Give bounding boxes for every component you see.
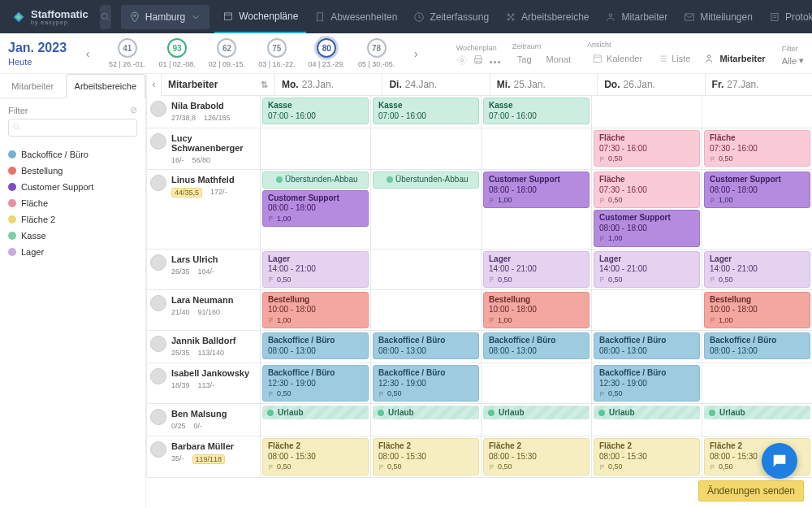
collapse-sidebar[interactable]: ‹ bbox=[146, 74, 161, 96]
send-changes-button[interactable]: Änderungen senden bbox=[698, 480, 804, 501]
day-cell[interactable] bbox=[591, 290, 702, 330]
day-cell[interactable]: Kasse07:00 - 16:00 bbox=[481, 96, 591, 128]
day-cell[interactable]: Kasse07:00 - 16:00 bbox=[370, 96, 481, 128]
zeitraum-tag[interactable]: Tag bbox=[512, 53, 537, 66]
nav-zeiterfassung[interactable]: Zeiterfassung bbox=[405, 0, 497, 33]
nav-mitarbeiter[interactable]: Mitarbeiter bbox=[597, 0, 676, 33]
sidebar-tab-1[interactable]: Arbeitsbereiche bbox=[66, 74, 145, 98]
day-cell[interactable] bbox=[591, 96, 702, 128]
day-cell[interactable]: Bestellung10:00 - 18:001,00 bbox=[702, 290, 812, 330]
shift-block[interactable]: Customer Support08:00 - 18:001,00 bbox=[483, 172, 590, 208]
shift-block[interactable]: Customer Support08:00 - 18:001,00 bbox=[262, 190, 369, 227]
day-cell[interactable]: Backoffice / Büro08:00 - 13:00 bbox=[481, 331, 591, 363]
shift-block[interactable]: Backoffice / Büro12:30 - 19:000,50 bbox=[262, 365, 369, 402]
sort-icon[interactable]: ⇅ bbox=[261, 80, 268, 90]
vacation-chip[interactable]: Urlaub bbox=[373, 406, 479, 419]
vacation-chip[interactable]: Urlaub bbox=[483, 406, 590, 419]
chat-fab[interactable] bbox=[762, 443, 797, 479]
shift-block[interactable]: Backoffice / Büro08:00 - 13:00 bbox=[483, 332, 590, 359]
day-cell[interactable]: Überstunden-Abbau bbox=[370, 170, 481, 249]
shift-block[interactable]: Backoffice / Büro08:00 - 13:00 bbox=[373, 332, 479, 359]
shift-block[interactable]: Fläche07:30 - 16:000,50 bbox=[594, 130, 700, 167]
day-cell[interactable]: Backoffice / Büro12:30 - 19:000,50 bbox=[591, 363, 702, 403]
day-cell[interactable] bbox=[481, 128, 591, 169]
zeitraum-monat[interactable]: Monat bbox=[542, 53, 577, 66]
day-cell[interactable]: Bestellung10:00 - 18:001,00 bbox=[260, 290, 370, 330]
day-cell[interactable]: Backoffice / Büro08:00 - 13:00 bbox=[591, 331, 702, 363]
day-cell[interactable]: Customer Support08:00 - 18:001,00 bbox=[702, 170, 812, 249]
day-cell[interactable]: Customer Support08:00 - 18:001,00 bbox=[481, 170, 591, 249]
week-chip-3[interactable]: 7503 | 16.-22. bbox=[252, 38, 301, 68]
day-cell[interactable] bbox=[370, 250, 481, 289]
nav-abwesenheiten[interactable]: Abwesenheiten bbox=[306, 0, 405, 33]
day-cell[interactable]: Kasse07:00 - 16:00 bbox=[260, 96, 370, 128]
shift-block[interactable]: Fläche 208:00 - 15:300,50 bbox=[483, 438, 590, 475]
day-cell[interactable]: Fläche07:30 - 16:000,50 bbox=[591, 128, 702, 169]
day-cell[interactable]: Lager14:00 - 21:000,50 bbox=[260, 250, 370, 289]
shift-block[interactable]: Lager14:00 - 21:000,50 bbox=[704, 251, 810, 288]
dept-item[interactable]: Backoffice / Büro bbox=[8, 146, 137, 163]
shift-block[interactable]: Lager14:00 - 21:000,50 bbox=[594, 251, 700, 288]
weeks-next[interactable]: › bbox=[408, 46, 424, 62]
week-chip-0[interactable]: 4152 | 26.-01. bbox=[102, 38, 152, 68]
shift-block[interactable]: Kasse07:00 - 16:00 bbox=[373, 98, 479, 124]
dept-item[interactable]: Fläche bbox=[8, 195, 137, 211]
day-cell[interactable]: Backoffice / Büro08:00 - 13:00 bbox=[702, 331, 812, 363]
shift-block[interactable]: Lager14:00 - 21:000,50 bbox=[483, 251, 590, 288]
week-chip-1[interactable]: 9301 | 02.-08. bbox=[152, 38, 201, 68]
shift-block[interactable]: Fläche 208:00 - 15:300,50 bbox=[373, 438, 479, 475]
day-cell[interactable] bbox=[702, 363, 812, 403]
search-button[interactable] bbox=[100, 5, 111, 29]
shift-block[interactable]: Lager14:00 - 21:000,50 bbox=[262, 251, 369, 288]
dept-item[interactable]: Lager bbox=[8, 244, 137, 260]
shift-block[interactable]: Kasse07:00 - 16:00 bbox=[262, 98, 369, 124]
ansicht-liste[interactable]: Liste bbox=[652, 51, 695, 66]
day-cell[interactable]: Fläche 208:00 - 15:300,50 bbox=[260, 436, 370, 476]
print-icon[interactable] bbox=[473, 54, 484, 66]
day-cell[interactable]: Fläche 208:00 - 15:300,50 bbox=[481, 436, 591, 476]
shift-block[interactable]: Backoffice / Büro12:30 - 19:000,50 bbox=[594, 365, 700, 402]
more-icon[interactable] bbox=[489, 55, 501, 65]
shift-block[interactable]: Fläche07:30 - 16:000,50 bbox=[704, 130, 810, 167]
vacation-chip[interactable]: Urlaub bbox=[262, 406, 369, 419]
shift-block[interactable]: Customer Support08:00 - 18:001,00 bbox=[704, 172, 810, 208]
day-cell[interactable]: Backoffice / Büro12:30 - 19:000,50 bbox=[260, 363, 370, 403]
sidebar-tab-0[interactable]: Mitarbeiter bbox=[0, 74, 66, 98]
shift-block[interactable]: Bestellung10:00 - 18:001,00 bbox=[262, 292, 369, 328]
day-cell[interactable] bbox=[370, 290, 481, 330]
shift-block[interactable]: Fläche07:30 - 16:000,50 bbox=[594, 172, 700, 208]
day-cell[interactable] bbox=[481, 363, 591, 403]
day-cell[interactable]: Urlaub bbox=[260, 404, 370, 436]
shift-block[interactable]: Backoffice / Büro12:30 - 19:000,50 bbox=[373, 365, 479, 402]
dept-item[interactable]: Kasse bbox=[8, 228, 137, 244]
filter-dropdown[interactable]: Alle▾ bbox=[782, 55, 804, 66]
day-cell[interactable]: Backoffice / Büro12:30 - 19:000,50 bbox=[370, 363, 481, 403]
ansicht-kalender[interactable]: Kalender bbox=[587, 51, 647, 66]
day-cell[interactable]: Backoffice / Büro08:00 - 13:00 bbox=[260, 331, 370, 363]
day-cell[interactable]: Urlaub bbox=[370, 404, 481, 436]
day-cell[interactable] bbox=[260, 128, 370, 169]
filter-input[interactable] bbox=[8, 119, 137, 137]
weeks-prev[interactable]: ‹ bbox=[80, 46, 96, 62]
day-cell[interactable] bbox=[702, 96, 812, 128]
clear-filter-icon[interactable]: ⊘ bbox=[130, 105, 137, 115]
gear-icon[interactable] bbox=[456, 54, 468, 66]
week-chip-5[interactable]: 7805 | 30.-05. bbox=[352, 38, 401, 68]
day-cell[interactable]: Fläche 208:00 - 15:300,50 bbox=[370, 436, 481, 476]
ansicht-mitarbeiter[interactable]: Mitarbeiter bbox=[700, 51, 770, 66]
day-cell[interactable]: Lager14:00 - 21:000,50 bbox=[481, 250, 591, 289]
week-chip-2[interactable]: 6202 | 09.-15. bbox=[202, 38, 252, 68]
day-cell[interactable]: Urlaub bbox=[702, 404, 812, 436]
shift-block[interactable]: Kasse07:00 - 16:00 bbox=[483, 98, 590, 124]
shift-block[interactable]: Bestellung10:00 - 18:001,00 bbox=[704, 292, 810, 328]
location-selector[interactable]: Hamburg bbox=[121, 5, 209, 29]
shift-block[interactable]: Fläche 208:00 - 15:300,50 bbox=[262, 438, 369, 475]
day-cell[interactable]: Urlaub bbox=[481, 404, 591, 436]
today-link[interactable]: Heute bbox=[8, 57, 32, 67]
dept-item[interactable]: Bestellung bbox=[8, 163, 137, 179]
day-cell[interactable]: Fläche07:30 - 16:000,50Customer Support0… bbox=[591, 170, 702, 249]
shift-block[interactable]: Backoffice / Büro08:00 - 13:00 bbox=[594, 332, 700, 359]
vacation-chip[interactable]: Urlaub bbox=[704, 406, 810, 419]
shift-block[interactable]: Backoffice / Büro08:00 - 13:00 bbox=[704, 332, 810, 359]
dept-item[interactable]: Customer Support bbox=[8, 179, 137, 195]
